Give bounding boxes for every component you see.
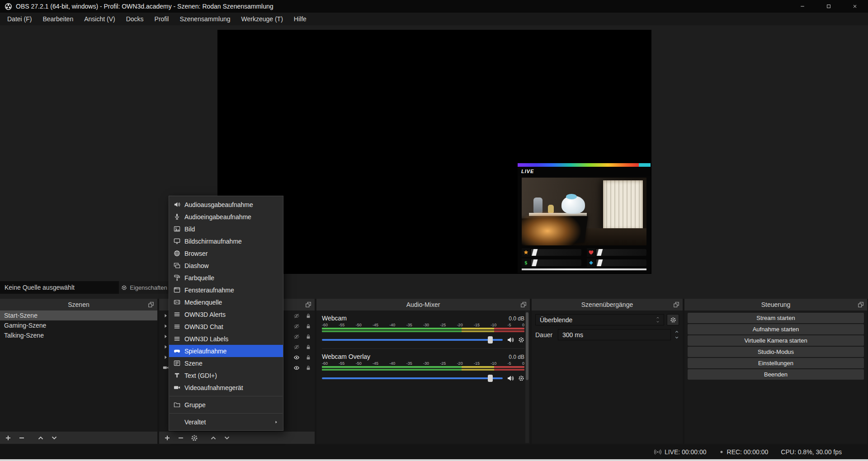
add-source-menu-item[interactable]: Audioeingabeaufnahme	[169, 211, 283, 223]
move-scene-up-button[interactable]	[37, 434, 44, 442]
controls-dock-title: Steuerung	[761, 301, 791, 308]
properties-button[interactable]: Eigenschaften	[119, 281, 170, 294]
transitions-dock-title: Szenenübergänge	[581, 301, 633, 308]
add-source-menu-item[interactable]: Text (GDI+)	[169, 369, 283, 381]
add-source-menu-item[interactable]: Fensteraufnahme	[169, 284, 283, 296]
add-source-menu-item[interactable]: Bild	[169, 223, 283, 235]
menubar-item[interactable]: Docks	[121, 13, 149, 25]
move-source-down-button[interactable]	[223, 434, 231, 442]
volume-slider-handle[interactable]	[488, 375, 493, 382]
maximize-button[interactable]	[816, 0, 842, 13]
add-source-menu-item[interactable]: OWN3D Alerts	[169, 308, 283, 320]
duration-increase-button[interactable]	[675, 329, 679, 334]
scene-item[interactable]: Start-Szene	[0, 310, 157, 320]
combo-spinner-icon[interactable]	[656, 316, 660, 324]
volume-slider[interactable]	[322, 339, 503, 341]
add-source-menu-item[interactable]: Medienquelle	[169, 296, 283, 308]
close-button[interactable]	[842, 0, 868, 13]
banner-band	[531, 259, 581, 266]
visibility-toggle-icon[interactable]	[293, 354, 300, 361]
menubar-item[interactable]: Profil	[149, 13, 175, 25]
add-source-button[interactable]	[164, 434, 171, 442]
dock-popout-icon[interactable]	[520, 301, 527, 308]
transitions-dock-header: Szenenübergänge	[532, 299, 683, 310]
statusbar: LIVE: 00:00:00 REC: 00:00:00 CPU: 0.8%, …	[0, 445, 868, 459]
transition-select[interactable]: Überblende	[535, 314, 664, 325]
control-button[interactable]: Virtuelle Kamera starten	[688, 335, 864, 346]
control-button[interactable]: Beenden	[688, 369, 864, 380]
duration-input[interactable]: 300 ms	[558, 329, 671, 340]
control-button[interactable]: Stream starten	[688, 313, 864, 323]
transitions-dock: Szenenübergänge Überblende Dauer 300 ms	[532, 299, 683, 444]
add-group-menu-item[interactable]: Gruppe	[169, 399, 283, 411]
channel-settings-gear-icon[interactable]	[518, 375, 524, 381]
scenes-toolbar	[0, 432, 157, 444]
meter-tick-label: -35	[406, 361, 412, 366]
visibility-toggle-icon[interactable]	[293, 344, 300, 350]
add-source-menu-item[interactable]: OWN3D Chat	[169, 320, 283, 333]
heart-icon	[588, 249, 594, 255]
menubar-item[interactable]: Ansicht (V)	[79, 13, 120, 25]
volume-slider[interactable]	[322, 377, 503, 379]
lock-toggle-icon[interactable]	[306, 365, 311, 371]
volume-slider-handle[interactable]	[488, 336, 493, 343]
channel-settings-gear-icon[interactable]	[518, 337, 524, 343]
dock-popout-icon[interactable]	[148, 301, 154, 308]
menu-separator	[170, 396, 283, 396]
add-source-menu-item[interactable]: Browser	[169, 247, 283, 259]
lock-toggle-icon[interactable]	[306, 355, 311, 360]
control-button[interactable]: Studio-Modus	[688, 347, 864, 357]
visibility-toggle-icon[interactable]	[293, 365, 300, 371]
add-source-menu-item[interactable]: Audioausgabeaufnahme	[169, 198, 283, 211]
mixer-scrollbar[interactable]	[525, 311, 529, 443]
source-properties-button[interactable]	[191, 434, 198, 442]
add-scene-button[interactable]	[5, 434, 12, 442]
add-source-menu-item[interactable]: Spielaufnahme	[169, 345, 283, 357]
visibility-toggle-icon[interactable]	[293, 323, 300, 329]
minimize-button[interactable]	[789, 0, 816, 13]
star-icon	[523, 249, 529, 255]
lock-toggle-icon[interactable]	[306, 344, 311, 350]
menubar-item[interactable]: Werkzeuge (T)	[236, 13, 288, 25]
speaker-mute-button[interactable]	[507, 375, 514, 382]
add-source-menu-item[interactable]: Diashow	[169, 259, 283, 272]
move-source-up-button[interactable]	[210, 434, 217, 442]
duration-decrease-button[interactable]	[675, 335, 679, 340]
scene-item[interactable]: Gaming-Szene	[0, 320, 157, 330]
menubar-item[interactable]: Hilfe	[288, 13, 312, 25]
add-source-menu-item[interactable]: Szene	[169, 357, 283, 369]
menu-separator	[170, 413, 283, 414]
add-source-menu-item[interactable]: Videoaufnahmegerät	[169, 381, 283, 394]
add-source-menu-item[interactable]: Farbquelle	[169, 272, 283, 284]
menubar-item[interactable]: Bearbeiten	[37, 13, 79, 25]
menu-item-icon	[174, 311, 180, 318]
add-source-menu-item[interactable]: OWN3D Labels	[169, 333, 283, 345]
dock-popout-icon[interactable]	[858, 301, 864, 308]
visibility-toggle-icon[interactable]	[293, 334, 300, 340]
deprecated-menu-item[interactable]: Veraltet	[169, 416, 283, 428]
control-button[interactable]: Einstellungen	[688, 358, 864, 368]
scene-item[interactable]: Talking-Szene	[0, 330, 157, 340]
lock-toggle-icon[interactable]	[306, 334, 311, 339]
add-source-menu: Audioausgabeaufnahme Audioeingabeaufnahm…	[169, 196, 283, 431]
submenu-arrow-icon	[274, 420, 278, 424]
mixer-scrollbar-thumb[interactable]	[526, 312, 528, 380]
menu-item-icon	[174, 262, 180, 269]
preview-area: LIVE	[0, 25, 868, 299]
dock-popout-icon[interactable]	[305, 301, 311, 308]
control-button[interactable]: Aufnahme starten	[688, 324, 864, 334]
remove-scene-button[interactable]	[18, 434, 25, 442]
dock-popout-icon[interactable]	[673, 301, 679, 308]
move-scene-down-button[interactable]	[51, 434, 58, 442]
add-source-menu-item[interactable]: Bildschirmaufnahme	[169, 235, 283, 247]
scenes-dock: Szenen Start-SzeneGaming-SzeneTalking-Sz…	[0, 299, 157, 444]
speaker-mute-button[interactable]	[507, 336, 514, 343]
menubar-item[interactable]: Datei (F)	[2, 13, 37, 25]
lock-toggle-icon[interactable]	[306, 324, 311, 329]
visibility-toggle-icon[interactable]	[293, 313, 300, 319]
remove-source-button[interactable]	[177, 434, 184, 442]
lock-toggle-icon[interactable]	[306, 313, 311, 319]
transition-properties-button[interactable]	[667, 314, 679, 325]
menubar-item[interactable]: Szenensammlung	[174, 13, 236, 25]
menu-item-icon	[174, 384, 180, 391]
